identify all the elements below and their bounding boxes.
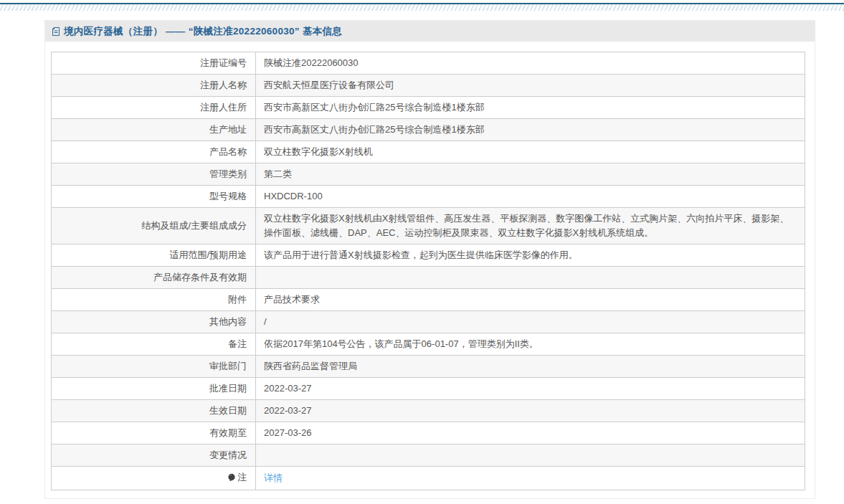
row-value: 产品技术要求 [256,289,805,311]
row-label: 型号规格 [52,186,256,208]
row-label: 其他内容 [52,311,256,333]
row-value-text: 西安航天恒星医疗设备有限公司 [264,80,394,90]
row-label-text: 产品储存条件及有效期 [153,272,247,282]
row-label: 结构及组成/主要组成成分 [52,208,256,244]
table-row: 管理类别第二类 [52,163,805,186]
table-row: 注册证编号陕械注准20222060030 [52,52,805,75]
row-label-text: 型号规格 [209,191,247,201]
page-top-decoration [0,0,844,11]
row-label-text: 备注 [228,338,247,349]
table-row: 产品名称双立柱数字化摄影X射线机 [52,141,805,163]
row-value-text: 2022-03-27 [264,405,312,416]
row-value-text: 双立柱数字化摄影X射线机 [264,146,373,157]
row-value: 依据2017年第104号公告，该产品属于06-01-07，管理类别为II类。 [256,333,805,356]
registration-info-panel: 境内医疗器械（注册） —— “陕械注准20222060030” 基本信息 注册证… [44,20,815,499]
table-row: 适用范围/预期用途该产品用于进行普通X射线摄影检查，起到为医生提供临床医学影像的… [52,244,805,267]
row-value: 双立柱数字化摄影X射线机 [256,141,805,163]
row-value: 西安市高新区丈八街办创汇路25号综合制造楼1楼东部 [256,97,805,119]
row-label: 变更情况 [52,444,256,467]
row-label-text: 管理类别 [209,168,247,179]
row-value [256,267,805,289]
row-label: 生产地址 [52,119,256,141]
row-value-text: 产品技术要求 [264,294,320,305]
table-row: 注册人名称西安航天恒星医疗设备有限公司 [52,75,805,97]
row-value: 该产品用于进行普通X射线摄影检查，起到为医生提供临床医学影像的作用。 [256,244,805,267]
table-row: 备注依据2017年第104号公告，该产品属于06-01-07，管理类别为II类。 [52,333,805,356]
row-value-text: 西安市高新区丈八街办创汇路25号综合制造楼1楼东部 [264,124,485,135]
table-row: 有效期至2027-03-26 [52,422,805,444]
table-row: 其他内容/ [52,311,805,333]
table-row: 附件产品技术要求 [52,289,805,311]
row-value-text: 陕西省药品监督管理局 [264,361,357,371]
document-icon [52,27,61,37]
row-label: 适用范围/预期用途 [52,244,256,267]
table-row: 产品储存条件及有效期 [52,267,805,289]
row-label: 附件 [52,289,256,311]
row-value: 2022-03-27 [256,400,805,422]
table-row: 型号规格HXDCDR-100 [52,186,805,208]
row-label-text: 注册证编号 [200,57,247,68]
row-label-text: 注册人住所 [200,102,247,113]
registration-info-table: 注册证编号陕械注准20222060030注册人名称西安航天恒星医疗设备有限公司注… [51,52,805,490]
row-label: 管理类别 [52,163,256,186]
row-value: 2027-03-26 [256,422,805,444]
table-row: 注详情 [52,467,805,490]
row-label: 注册人名称 [52,75,256,97]
row-value-text: 2022-03-27 [264,383,312,394]
row-value-text: 该产品用于进行普通X射线摄影检查，起到为医生提供临床医学影像的作用。 [264,249,578,260]
row-value-text: 陕械注准20222060030 [264,57,359,68]
table-row: 注册人住所西安市高新区丈八街办创汇路25号综合制造楼1楼东部 [52,97,805,119]
row-value: 2022-03-27 [256,378,805,400]
row-label-text: 审批部门 [209,361,247,371]
table-row: 审批部门陕西省药品监督管理局 [52,356,805,378]
row-label: 注册证编号 [52,52,256,75]
row-label-text: 生效日期 [209,405,247,416]
row-value-text: HXDCDR-100 [264,191,323,201]
row-label: 注册人住所 [52,97,256,119]
row-label-text: 变更情况 [209,450,247,460]
row-label: 产品储存条件及有效期 [52,267,256,289]
row-value: HXDCDR-100 [256,186,805,208]
row-label: 有效期至 [52,422,256,444]
row-label-text: 附件 [228,294,247,305]
row-value-text: / [264,316,267,327]
top-border-stripes [0,4,844,11]
row-value: / [256,311,805,333]
row-value: 陕械注准20222060030 [256,52,805,75]
row-value: 西安市高新区丈八街办创汇路25号综合制造楼1楼东部 [256,119,805,141]
table-row: 结构及组成/主要组成成分双立柱数字化摄影X射线机由X射线管组件、高压发生器、平板… [52,208,805,244]
panel-title: 境内医疗器械（注册） —— “陕械注准20222060030” 基本信息 [64,25,342,38]
note-icon [227,472,236,486]
row-label: 生效日期 [52,400,256,422]
row-label: 备注 [52,333,256,356]
row-value: 西安航天恒星医疗设备有限公司 [256,75,805,97]
row-value-text: 2027-03-26 [264,427,312,438]
table-row: 生产地址西安市高新区丈八街办创汇路25号综合制造楼1楼东部 [52,119,805,141]
panel-header: 境内医疗器械（注册） —— “陕械注准20222060030” 基本信息 [45,21,815,42]
row-label-text: 有效期至 [209,427,247,438]
row-label-text: 产品名称 [209,146,247,157]
row-label: 审批部门 [52,356,256,378]
row-value: 陕西省药品监督管理局 [256,356,805,378]
row-label-text: 注 [237,472,247,482]
row-value-text: 双立柱数字化摄影X射线机由X射线管组件、高压发生器、平板探测器、数字图像工作站、… [264,213,789,238]
table-row: 生效日期2022-03-27 [52,400,805,422]
row-label-text: 适用范围/预期用途 [169,249,247,260]
row-value-text: 西安市高新区丈八街办创汇路25号综合制造楼1楼东部 [264,102,485,113]
row-label: 批准日期 [52,378,256,400]
row-value-text: 第二类 [264,168,292,179]
row-value: 详情 [256,467,805,490]
row-label-text: 生产地址 [209,124,247,135]
row-label-text: 结构及组成/主要组成成分 [141,220,247,231]
row-value-text: 依据2017年第104号公告，该产品属于06-01-07，管理类别为II类。 [264,338,539,349]
row-label-text: 其他内容 [209,316,247,327]
row-value: 第二类 [256,163,805,186]
row-label-text: 注册人名称 [200,80,247,90]
table-row: 批准日期2022-03-27 [52,378,805,400]
details-link[interactable]: 详情 [264,472,283,483]
row-value [256,444,805,467]
table-row: 变更情况 [52,444,805,467]
row-label-text: 批准日期 [209,383,247,394]
row-label: 注 [52,467,256,490]
row-value: 双立柱数字化摄影X射线机由X射线管组件、高压发生器、平板探测器、数字图像工作站、… [256,208,805,244]
